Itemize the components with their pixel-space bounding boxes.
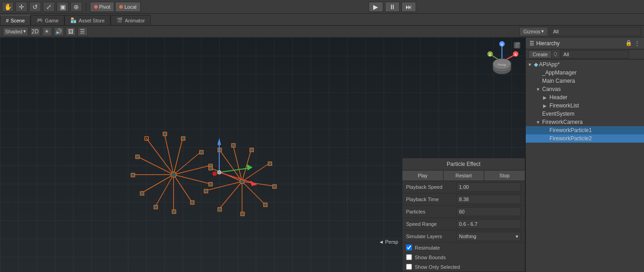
svg-line-4 [155, 175, 174, 207]
hier-item-appmanager[interactable]: ▶ _AppManager [526, 69, 644, 77]
playback-speed-value[interactable]: 1.00 [456, 182, 521, 192]
animator-tab-label: Animator [125, 18, 145, 23]
playback-time-value[interactable]: 8.38 [456, 195, 521, 204]
pivot-button[interactable]: Pivot [90, 2, 114, 12]
tab-game[interactable]: 🎮 Game [31, 15, 64, 25]
audio-toggle[interactable]: 🔊 [54, 27, 64, 36]
gizmos-dropdown[interactable]: Gizmos ▾ [519, 27, 548, 36]
show-only-selected-row: Show Only Selected [402, 262, 525, 272]
resimulate-checkbox[interactable] [406, 245, 412, 251]
scene-toolbar-right: Gizmos ▾ [519, 27, 641, 36]
svg-point-53 [212, 171, 217, 176]
local-label: Local [124, 4, 136, 10]
hierarchy-list: ▼ ◆ APIApp* ▶ _AppManager ▶ Main Camera … [526, 59, 644, 272]
svg-line-34 [233, 145, 242, 181]
asset-store-tab-label: Asset Store [79, 18, 105, 23]
svg-line-3 [142, 175, 174, 193]
step-button[interactable]: ⏭ [401, 2, 416, 12]
particle-effect-panel: Particle Effect Play Restart Stop Playba… [402, 158, 525, 272]
hierarchy-menu-icon[interactable]: ⋮ [634, 40, 640, 47]
tab-asset-store[interactable]: 🏪 Asset Store [64, 15, 111, 25]
scale-tool-btn[interactable]: ⤢ [43, 2, 55, 12]
svg-rect-19 [163, 132, 167, 136]
lighting-toggle[interactable]: ☀ [42, 27, 52, 36]
apiapp-icon: ◆ [534, 61, 538, 68]
particles-value: 60 [456, 207, 521, 216]
svg-rect-13 [136, 155, 139, 159]
hierarchy-icon: ☰ [529, 40, 534, 47]
tab-animator[interactable]: 🎬 Animator [111, 15, 151, 25]
restart-particle-btn[interactable]: Restart [443, 171, 485, 181]
svg-rect-21 [200, 150, 203, 154]
scene-viewport[interactable]: Y X Z Persp ◄ Persp Particle Effect [0, 37, 525, 272]
svg-rect-38 [218, 208, 222, 211]
move-tool-btn[interactable]: ✛ [16, 2, 27, 12]
svg-rect-18 [190, 201, 194, 204]
hier-item-canvas[interactable]: ▼ Canvas [526, 85, 644, 93]
playback-speed-label: Playback Speed [406, 184, 456, 190]
svg-line-31 [242, 181, 274, 186]
hand-tool-btn[interactable]: ✋ [2, 2, 14, 12]
hier-item-apiapp[interactable]: ▼ ◆ APIApp* [526, 60, 644, 69]
speed-range-value: 0.6 - 6.7 [456, 219, 521, 229]
stop-particle-btn[interactable]: Stop [484, 171, 525, 181]
hier-item-eventsystem[interactable]: ▶ EventSystem [526, 110, 644, 118]
apiapp-label: APIApp* [539, 61, 560, 68]
hidden-toggle[interactable]: ☰ [78, 27, 88, 36]
svg-rect-20 [181, 137, 185, 140]
tab-scene[interactable]: # Scene [0, 15, 31, 25]
svg-line-8 [174, 138, 183, 175]
svg-point-52 [217, 171, 221, 174]
hier-item-fireworkparticle2[interactable]: ▶ FireworkParticle2 [526, 134, 644, 143]
hier-item-maincamera[interactable]: ▶ Main Camera [526, 77, 644, 85]
search-icon: Q: [554, 52, 559, 57]
game-tab-label: Game [45, 18, 58, 23]
maincamera-label: Main Camera [542, 78, 575, 84]
shading-dropdown[interactable]: Shaded ▾ [3, 27, 28, 36]
effects-toggle[interactable]: 🖼 [66, 27, 76, 36]
play-particle-btn[interactable]: Play [402, 171, 443, 181]
hier-item-fireworklist[interactable]: ▶ FireworkList [526, 101, 644, 110]
svg-rect-37 [204, 189, 208, 193]
pivot-local-group: Pivot Local [90, 2, 141, 12]
svg-rect-43 [250, 148, 253, 152]
fireworklist-arrow: ▶ [543, 103, 549, 108]
show-only-selected-checkbox[interactable] [406, 264, 412, 270]
2d-toggle[interactable]: 2D [30, 27, 40, 36]
svg-rect-16 [154, 205, 158, 209]
svg-rect-17 [172, 210, 176, 213]
shading-arrow: ▾ [23, 28, 26, 34]
game-tab-icon: 🎮 [37, 17, 43, 23]
scene-search-input[interactable] [550, 27, 641, 36]
svg-text:Y: Y [501, 43, 503, 47]
simulate-layers-dropdown[interactable]: Nothing ▾ [456, 232, 521, 241]
rotate-tool-btn[interactable]: ↺ [29, 2, 41, 12]
simulate-layers-row: Simulate Layers Nothing ▾ [402, 230, 525, 243]
show-bounds-label: Show Bounds [415, 255, 446, 260]
svg-rect-23 [209, 182, 212, 186]
create-button[interactable]: Create [528, 50, 552, 59]
play-button[interactable]: ▶ [369, 2, 383, 12]
hierarchy-search-input[interactable] [560, 50, 629, 59]
header-arrow: ▶ [543, 95, 549, 100]
svg-point-24 [171, 172, 176, 177]
canvas-arrow: ▼ [536, 87, 542, 92]
local-button[interactable]: Local [115, 2, 140, 12]
show-bounds-checkbox[interactable] [406, 254, 412, 260]
particles-label: Particles [406, 209, 456, 214]
show-bounds-row: Show Bounds [402, 252, 525, 262]
pause-button[interactable]: ⏸ [385, 2, 400, 12]
fireworklist-label: FireworkList [549, 102, 579, 109]
playback-speed-row: Playback Speed 1.00 [402, 181, 525, 193]
hier-item-fireworkparticle1[interactable]: ▶ FireworkParticle1 [526, 126, 644, 134]
hier-item-header[interactable]: ▶ Header [526, 93, 644, 101]
hier-item-fireworkcamera[interactable]: ▼ FireworkCamera [526, 118, 644, 126]
svg-rect-44 [232, 144, 235, 147]
transform-tool-btn[interactable]: ⊕ [70, 2, 82, 12]
navigation-gizmo[interactable]: Y X Z Persp [483, 41, 522, 80]
scene-toolbar: Shaded ▾ 2D ☀ 🔊 🖼 ☰ Gizmos ▾ [0, 26, 644, 37]
rect-tool-btn[interactable]: ▣ [57, 2, 69, 12]
hierarchy-title: ☰ Hierarchy [529, 40, 560, 47]
main-toolbar: ✋ ✛ ↺ ⤢ ▣ ⊕ Pivot Local ▶ ⏸ ⏭ [0, 0, 644, 14]
hierarchy-title-label: Hierarchy [536, 40, 560, 47]
